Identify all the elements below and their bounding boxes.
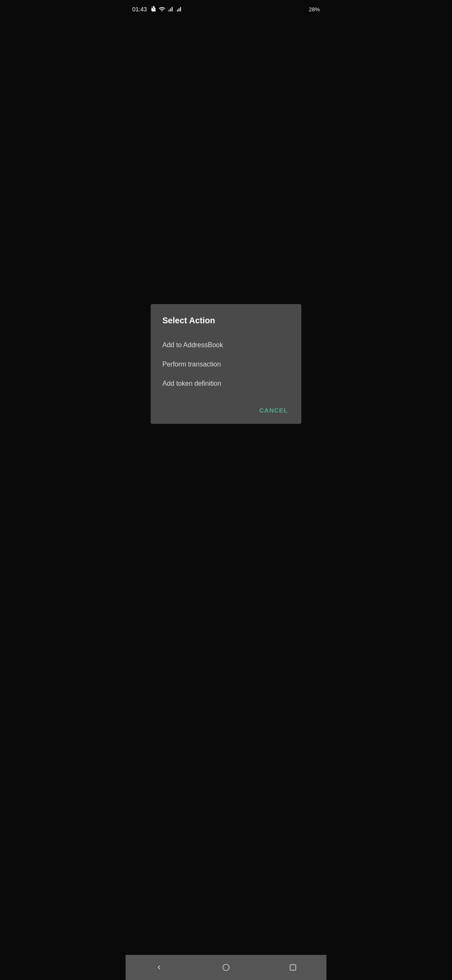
option-perform-transaction[interactable]: Perform transaction	[162, 355, 290, 374]
home-icon	[222, 963, 230, 972]
status-bar: 01:43 28%	[126, 0, 326, 17]
svg-rect-1	[290, 965, 295, 970]
dialog-actions: CANCEL	[162, 400, 290, 417]
wifi-icon	[159, 6, 165, 13]
status-bar-left: 01:43	[132, 6, 182, 13]
recents-nav-button[interactable]	[259, 955, 326, 980]
status-icons	[150, 6, 182, 13]
option-add-addressbook[interactable]: Add to AddressBook	[162, 335, 290, 355]
back-icon	[155, 963, 163, 972]
main-content: Select Action Add to AddressBook Perform…	[126, 17, 326, 955]
signal-icon-1	[167, 6, 174, 13]
dialog: Select Action Add to AddressBook Perform…	[151, 304, 301, 424]
option-add-token-definition[interactable]: Add token definition	[162, 374, 290, 393]
dialog-title: Select Action	[162, 316, 290, 325]
status-bar-right: 28%	[309, 6, 320, 13]
screen: 01:43 28%	[126, 0, 326, 980]
home-nav-button[interactable]	[193, 955, 259, 980]
cancel-button[interactable]: CANCEL	[258, 403, 290, 417]
back-nav-button[interactable]	[126, 955, 193, 980]
battery-percent: 28%	[309, 6, 320, 13]
signal-icon-2	[175, 6, 182, 13]
status-time: 01:43	[132, 6, 147, 13]
recents-icon	[289, 963, 297, 972]
notification-icon	[150, 6, 157, 13]
svg-point-0	[223, 965, 229, 971]
nav-bar	[126, 955, 326, 980]
